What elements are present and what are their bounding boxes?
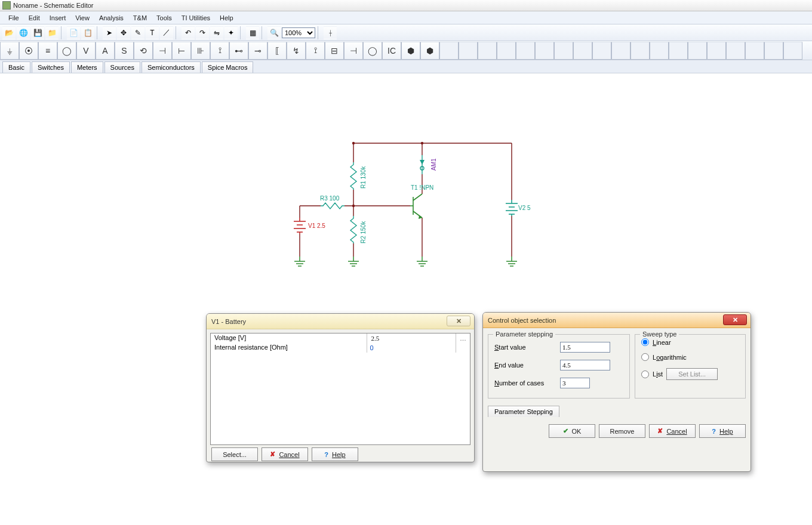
menu-insert[interactable]: Insert bbox=[45, 13, 71, 23]
window-title: Noname - Schematic Editor bbox=[13, 2, 94, 9]
tab-sources[interactable]: Sources bbox=[104, 61, 140, 73]
component-inductor-button[interactable]: ⊪ bbox=[191, 42, 210, 60]
component-meter1-button[interactable]: ⬢ bbox=[401, 42, 420, 60]
number-of-cases-label: Number of cases bbox=[494, 379, 555, 387]
tab-basic[interactable]: Basic bbox=[2, 61, 30, 73]
zoom-select[interactable]: 100% bbox=[282, 27, 315, 38]
component-relay-button[interactable]: ⟦ bbox=[267, 42, 287, 60]
dialog-titlebar[interactable]: Control object selection ✕ bbox=[483, 313, 751, 328]
radio-logarithmic[interactable]: Logarithmic bbox=[641, 353, 739, 361]
dialog-title: Control object selection bbox=[488, 317, 556, 324]
rotate-left-button[interactable]: ↶ bbox=[182, 26, 195, 39]
help-button[interactable]: ?Help bbox=[699, 424, 746, 438]
menu-file[interactable]: File bbox=[4, 13, 24, 23]
set-list-button: Set List... bbox=[666, 368, 718, 380]
radio-list[interactable]: List Set List... bbox=[641, 368, 739, 380]
cancel-button[interactable]: ✘Cancel bbox=[262, 447, 308, 461]
svg-point-16 bbox=[352, 205, 355, 207]
menu-help[interactable]: Help bbox=[215, 13, 238, 23]
component-voltmeter-button[interactable]: V bbox=[76, 42, 96, 60]
component-pot-button[interactable]: ⊣ bbox=[153, 42, 172, 60]
tab-switches[interactable]: Switches bbox=[32, 61, 70, 73]
component-diode-button[interactable]: ⊟ bbox=[325, 42, 344, 60]
svg-point-14 bbox=[352, 142, 355, 144]
component-empty-slot bbox=[573, 42, 592, 60]
component-jumper-button[interactable]: ⟟ bbox=[306, 42, 325, 60]
menu-view[interactable]: View bbox=[70, 13, 94, 23]
rotate-right-button[interactable]: ↷ bbox=[196, 26, 209, 39]
remove-button[interactable]: Remove bbox=[599, 424, 645, 438]
more-icon[interactable]: … bbox=[456, 333, 470, 343]
property-list[interactable]: Voltage [V] … Internal resistance [Ohm] … bbox=[210, 333, 470, 445]
scale-button[interactable]: ⟊ bbox=[324, 26, 337, 39]
component-opamp-button[interactable]: ◯ bbox=[363, 42, 382, 60]
menu-tools[interactable]: Tools bbox=[152, 13, 177, 23]
tab-spice-macros[interactable]: Spice Macros bbox=[202, 61, 254, 73]
open-file-button[interactable]: 📂 bbox=[2, 26, 16, 39]
voltage-input[interactable] bbox=[370, 334, 453, 342]
component-xfmr2-button[interactable]: ⊸ bbox=[248, 42, 267, 60]
zoom-tool-button[interactable]: 🔍 bbox=[267, 26, 281, 39]
label-am1: AM1 bbox=[431, 158, 437, 171]
component-battery-button[interactable]: ≡ bbox=[38, 42, 57, 60]
copy-button[interactable]: 📄 bbox=[67, 26, 80, 39]
component-ammeter-button[interactable]: A bbox=[96, 42, 115, 60]
component-resistor-button[interactable]: ⟲ bbox=[134, 42, 153, 60]
component-vsource-button[interactable]: ◯ bbox=[57, 42, 76, 60]
toolbar-separator bbox=[97, 26, 100, 39]
component-cap-button[interactable]: ⊢ bbox=[172, 42, 191, 60]
wire-tool-button[interactable]: ✎ bbox=[131, 26, 144, 39]
number-of-cases-input[interactable] bbox=[560, 378, 590, 388]
control-object-selection-dialog[interactable]: Control object selection ✕ Parameter ste… bbox=[482, 312, 751, 472]
property-label: Internal resistance [Ohm] bbox=[211, 343, 367, 353]
parameter-stepping-tab[interactable]: Parameter Stepping bbox=[488, 406, 559, 417]
close-icon[interactable]: ✕ bbox=[447, 316, 470, 326]
menu-edit[interactable]: Edit bbox=[24, 13, 45, 23]
menu-tm[interactable]: T&M bbox=[128, 13, 152, 23]
component-generator-button[interactable]: S bbox=[115, 42, 134, 60]
component-ground-button[interactable]: ⏚ bbox=[0, 42, 19, 60]
component-ic-button[interactable]: IC bbox=[382, 42, 401, 60]
help-icon: ? bbox=[712, 428, 716, 435]
menu-ti-utilities[interactable]: TI Utilities bbox=[177, 13, 215, 23]
close-icon[interactable]: ✕ bbox=[723, 314, 747, 325]
menu-analysis[interactable]: Analysis bbox=[94, 13, 128, 23]
component-meter2-button[interactable]: ⬢ bbox=[420, 42, 439, 60]
tab-meters[interactable]: Meters bbox=[71, 61, 103, 73]
globe-button[interactable]: 🌐 bbox=[17, 26, 30, 39]
v1-battery-dialog[interactable]: V1 - Battery ✕ Voltage [V] … Internal re… bbox=[206, 313, 475, 462]
select-tool-button[interactable]: ✥ bbox=[117, 26, 130, 39]
select-button[interactable]: Select... bbox=[211, 447, 258, 461]
toolbar-separator bbox=[262, 26, 265, 39]
radio-linear[interactable]: Linear bbox=[641, 338, 739, 346]
draw-line-button[interactable]: ／ bbox=[160, 26, 173, 39]
check-icon: ✔ bbox=[563, 427, 568, 435]
mirror-button[interactable]: ✦ bbox=[224, 26, 238, 39]
text-tool-button[interactable]: T bbox=[146, 26, 159, 39]
property-row-voltage[interactable]: Voltage [V] … bbox=[211, 333, 470, 343]
svg-line-50 bbox=[413, 194, 422, 200]
property-row-resistance[interactable]: Internal resistance [Ohm] 0 bbox=[211, 343, 470, 353]
tab-semiconductors[interactable]: Semiconductors bbox=[142, 61, 201, 73]
cancel-button[interactable]: ✘Cancel bbox=[649, 424, 696, 438]
component-port-button[interactable]: ⊣ bbox=[344, 42, 363, 60]
component-empty-slot bbox=[783, 42, 802, 60]
component-coupled-button[interactable]: ⊷ bbox=[229, 42, 248, 60]
ok-button[interactable]: ✔OK bbox=[549, 424, 595, 438]
grid-toggle-button[interactable]: ▦ bbox=[246, 26, 259, 39]
start-value-input[interactable] bbox=[560, 342, 610, 353]
close-file-button[interactable]: 📁 bbox=[45, 26, 59, 39]
save-button[interactable]: 💾 bbox=[31, 26, 44, 39]
end-value-input[interactable] bbox=[560, 360, 610, 370]
component-transformer-button[interactable]: ⟟ bbox=[210, 42, 229, 60]
flip-horizontal-button[interactable]: ⇋ bbox=[210, 26, 223, 39]
pointer-tool-button[interactable]: ➤ bbox=[103, 26, 116, 39]
paste-button[interactable]: 📋 bbox=[81, 26, 94, 39]
dialog-title: V1 - Battery bbox=[211, 318, 246, 325]
property-value[interactable]: 0 bbox=[367, 343, 456, 353]
help-button[interactable]: ?Help bbox=[312, 447, 358, 461]
schematic-canvas[interactable]: R1 130k R2 150k R3 100 V1 2.5 V2 5 T1 !N… bbox=[0, 75, 812, 525]
component-source-button[interactable]: ⦿ bbox=[19, 42, 38, 60]
component-switch-button[interactable]: ↯ bbox=[287, 42, 306, 60]
dialog-titlebar[interactable]: V1 - Battery ✕ bbox=[207, 314, 474, 329]
